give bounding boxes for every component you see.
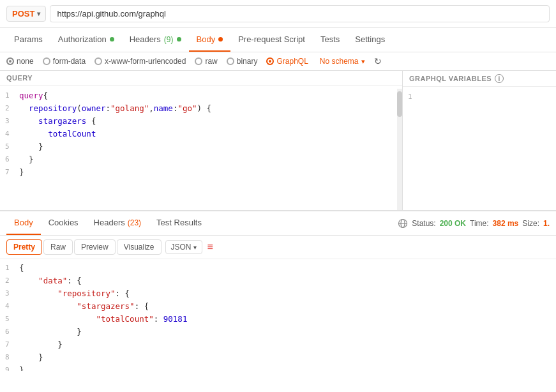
resp-line-num-3: 3 bbox=[5, 287, 19, 299]
line-content-4: totalCount bbox=[19, 128, 397, 140]
format-url-encoded-label: x-www-form-urlencoded bbox=[105, 57, 186, 66]
line-num-1: 1 bbox=[5, 89, 19, 102]
resp-tab-cookies[interactable]: Cookies bbox=[41, 211, 86, 235]
resp-tab-headers-label: Headers bbox=[94, 218, 125, 227]
wrap-lines-icon[interactable]: ≡ bbox=[207, 241, 213, 253]
response-body: 1 { 2 "data": { 3 "repository": { 4 "sta… bbox=[0, 259, 556, 371]
line-content-6: } bbox=[19, 153, 397, 166]
line-num-6: 6 bbox=[5, 153, 19, 165]
resp-line-1: 1 { bbox=[0, 262, 556, 275]
json-chevron-icon: ▾ bbox=[193, 244, 197, 251]
tab-params[interactable]: Params bbox=[6, 28, 50, 52]
code-line-5: 5 } bbox=[0, 140, 402, 153]
body-format-bar: none form-data x-www-form-urlencoded raw… bbox=[0, 52, 556, 71]
variables-panel: GRAPHQL VARIABLES i 1 bbox=[403, 71, 556, 210]
resp-headers-badge: (23) bbox=[128, 218, 141, 227]
code-line-2: 2 repository(owner:"golang",name:"go") { bbox=[0, 102, 402, 115]
scrollbar-thumb bbox=[397, 91, 402, 117]
json-type-select[interactable]: JSON ▾ bbox=[165, 240, 202, 254]
line-content-2: repository(owner:"golang",name:"go") { bbox=[19, 102, 397, 115]
resp-line-content-5: "totalCount": 90181 bbox=[19, 313, 551, 326]
format-url-encoded[interactable]: x-www-form-urlencoded bbox=[94, 57, 186, 66]
line-num-4: 4 bbox=[5, 128, 19, 140]
resp-line-num-8: 8 bbox=[5, 351, 19, 363]
tab-tests-label: Tests bbox=[320, 34, 340, 44]
code-line-4: 4 totalCount bbox=[0, 128, 402, 140]
chevron-down-icon: ▾ bbox=[361, 57, 365, 66]
schema-label: No schema bbox=[320, 57, 359, 66]
query-editor[interactable]: 1 query{ 2 repository(owner:"golang",nam… bbox=[0, 86, 402, 207]
format-none[interactable]: none bbox=[6, 57, 34, 66]
resp-line-8: 8 } bbox=[0, 351, 556, 364]
format-raw[interactable]: raw bbox=[195, 57, 217, 66]
radio-binary bbox=[227, 57, 234, 65]
resp-line-num-7: 7 bbox=[5, 338, 19, 351]
resp-line-3: 3 "repository": { bbox=[0, 287, 556, 300]
code-line-7: 7 } bbox=[0, 166, 402, 179]
tab-authorization[interactable]: Authorization bbox=[50, 28, 122, 52]
json-label: JSON bbox=[171, 243, 192, 252]
headers-badge: (9) bbox=[164, 35, 174, 44]
line-num-7: 7 bbox=[5, 166, 19, 178]
resp-tab-headers[interactable]: Headers (23) bbox=[86, 211, 149, 235]
format-none-label: none bbox=[17, 57, 34, 66]
chevron-down-icon: ▾ bbox=[37, 10, 40, 17]
code-line-6: 6 } bbox=[0, 153, 402, 166]
code-line-3: 3 stargazers { bbox=[0, 115, 402, 128]
variables-editor[interactable]: 1 bbox=[403, 87, 556, 208]
format-graphql[interactable]: GraphQL bbox=[266, 57, 308, 66]
schema-button[interactable]: No schema ▾ bbox=[320, 57, 365, 66]
query-panel-header: QUERY bbox=[0, 71, 402, 86]
resp-line-num-4: 4 bbox=[5, 300, 19, 312]
tab-body[interactable]: Body bbox=[189, 28, 231, 52]
tab-settings[interactable]: Settings bbox=[347, 28, 393, 52]
format-raw-label: raw bbox=[205, 57, 217, 66]
tab-authorization-label: Authorization bbox=[58, 34, 107, 44]
tab-pre-request[interactable]: Pre-request Script bbox=[230, 28, 313, 52]
tab-tests[interactable]: Tests bbox=[313, 28, 347, 52]
format-form-data[interactable]: form-data bbox=[43, 57, 86, 66]
resp-tab-test-results-label: Test Results bbox=[156, 218, 202, 227]
variables-panel-header: GRAPHQL VARIABLES i bbox=[403, 71, 556, 87]
format-preview-btn[interactable]: Preview bbox=[74, 239, 116, 255]
resp-line-num-5: 5 bbox=[5, 313, 19, 325]
format-pretty-btn[interactable]: Pretty bbox=[6, 239, 42, 255]
headers-dot bbox=[177, 37, 181, 41]
refresh-icon[interactable]: ↻ bbox=[374, 56, 382, 66]
resp-line-content-8: } bbox=[19, 351, 551, 364]
status-label: Status: bbox=[412, 219, 435, 228]
tab-pre-request-label: Pre-request Script bbox=[238, 34, 305, 44]
info-icon[interactable]: i bbox=[495, 74, 504, 83]
format-visualize-btn[interactable]: Visualize bbox=[117, 239, 162, 255]
resp-tab-body[interactable]: Body bbox=[6, 211, 41, 235]
resp-line-6: 6 } bbox=[0, 326, 556, 338]
resp-line-4: 4 "stargazers": { bbox=[0, 300, 556, 313]
method-dropdown[interactable]: POST ▾ bbox=[6, 6, 46, 22]
code-line-1: 1 query{ bbox=[0, 89, 402, 102]
method-label: POST bbox=[12, 9, 34, 19]
response-tabs-bar: Body Cookies Headers (23) Test Results S… bbox=[0, 211, 556, 236]
tab-headers[interactable]: Headers (9) bbox=[122, 28, 189, 52]
response-code: 1 { 2 "data": { 3 "repository": { 4 "sta… bbox=[0, 259, 556, 371]
resp-line-7: 7 } bbox=[0, 338, 556, 351]
tab-params-label: Params bbox=[14, 34, 43, 44]
resp-tab-test-results[interactable]: Test Results bbox=[149, 211, 209, 235]
resp-line-content-9: } bbox=[19, 364, 551, 371]
format-form-data-label: form-data bbox=[53, 57, 86, 66]
resp-tab-cookies-label: Cookies bbox=[49, 218, 79, 227]
url-bar: POST ▾ bbox=[0, 0, 556, 28]
editor-panels: QUERY 1 query{ 2 repository(owner:"golan… bbox=[0, 71, 556, 211]
url-input[interactable] bbox=[50, 5, 550, 22]
size-label: Size: bbox=[522, 219, 539, 228]
response-status: Status: 200 OK Time: 382 ms Size: 1. bbox=[398, 218, 550, 229]
line-content-3: stargazers { bbox=[19, 115, 397, 128]
tab-headers-label: Headers bbox=[130, 34, 161, 44]
time-label: Time: bbox=[470, 219, 489, 228]
format-raw-btn[interactable]: Raw bbox=[43, 239, 73, 255]
resp-line-5: 5 "totalCount": 90181 bbox=[0, 313, 556, 326]
tab-settings-label: Settings bbox=[355, 34, 385, 44]
line-content-1: query{ bbox=[19, 89, 397, 102]
response-format-bar: Pretty Raw Preview Visualize JSON ▾ ≡ bbox=[0, 236, 556, 259]
request-tabs: Params Authorization Headers (9) Body Pr… bbox=[0, 28, 556, 52]
format-binary[interactable]: binary bbox=[227, 57, 258, 66]
